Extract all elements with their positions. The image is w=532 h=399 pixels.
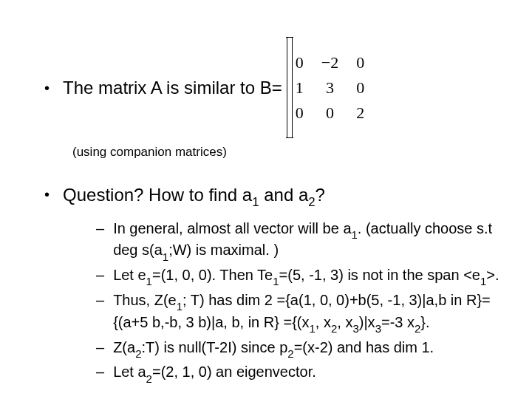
text-fragment: >. [486, 267, 499, 283]
text-fragment: =(1, 0, 0). Then Te [152, 267, 273, 283]
text-fragment: Let a [113, 364, 146, 380]
subscript: 1 [309, 322, 315, 335]
subscript: 2 [287, 347, 293, 360]
matrix-cell: 0 [287, 100, 313, 126]
matrix-cell: −2 [313, 50, 347, 75]
text-fragment: Thus, Z(e [113, 292, 177, 308]
subscript: 1 [177, 300, 183, 313]
bullet-1: • The matrix A is similar to B= 0 −2 0 1… [44, 37, 502, 139]
list-item: – Thus, Z(e1; T) has dim 2 ={a(1, 0, 0)+… [96, 290, 502, 335]
text-fragment: =(x-2) and has dim 1. [294, 339, 434, 355]
text-fragment: }. [420, 314, 429, 330]
matrix-cell: 3 [313, 75, 347, 100]
text-fragment: ? [316, 185, 325, 205]
nested-list: – In general, almost all vector will be … [96, 219, 502, 385]
bullet-1-subtext: (using companion matrices) [72, 145, 502, 160]
subscript: 1 [273, 275, 279, 287]
dash-icon: – [96, 219, 104, 263]
subscript: 3 [352, 322, 358, 335]
text-fragment: )|x [359, 314, 375, 330]
text-fragment: =(5, -1, 3) is not in the span <e [279, 267, 480, 283]
subscript: 1 [163, 250, 168, 263]
subscript: 2 [135, 347, 141, 360]
dash-icon: – [96, 290, 104, 335]
subscript: 1 [480, 275, 486, 287]
list-item-text: Let e1=(1, 0, 0). Then Te1=(5, -1, 3) is… [113, 265, 502, 287]
bullet-2: • Question? How to find a1 and a2? [44, 183, 502, 210]
matrix-cell: 0 [313, 100, 347, 126]
subscript: 2 [331, 322, 337, 335]
text-fragment: =(2, 1, 0) an eigenvector. [152, 364, 316, 380]
list-item: – In general, almost all vector will be … [96, 219, 502, 263]
text-fragment: and a [259, 185, 309, 205]
text-fragment: :T) is null(T-2I) since p [141, 339, 287, 355]
subscript: 1 [252, 195, 259, 209]
list-item-text: Thus, Z(e1; T) has dim 2 ={a(1, 0, 0)+b(… [113, 290, 502, 335]
subscript: 2 [146, 372, 152, 385]
list-item-text: Let a2=(2, 1, 0) an eigenvector. [113, 362, 502, 384]
matrix-B: 0 −2 0 1 3 0 0 0 2 [287, 37, 373, 139]
list-item-text: In general, almost all vector will be a1… [113, 219, 502, 263]
dash-icon: – [96, 362, 104, 384]
dash-icon: – [96, 265, 104, 287]
matrix-cell: 0 [287, 50, 313, 75]
list-item: – Let a2=(2, 1, 0) an eigenvector. [96, 362, 502, 384]
text-fragment: Let e [113, 267, 146, 283]
subscript: 2 [415, 322, 420, 335]
text-fragment: Question? How to find a [63, 185, 252, 205]
text-fragment: , x [316, 314, 331, 330]
text-fragment: ;W) is maximal. ) [168, 242, 279, 258]
bullet-2-text: Question? How to find a1 and a2? [63, 183, 325, 210]
text-fragment: , x [337, 314, 352, 330]
subscript: 1 [352, 228, 358, 241]
text-fragment: In general, almost all vector will be a [113, 220, 351, 236]
subscript: 3 [375, 322, 381, 335]
dash-icon: – [96, 338, 104, 360]
matrix-cell: 2 [347, 100, 373, 126]
matrix-table: 0 −2 0 1 3 0 0 0 2 [287, 50, 373, 126]
list-item: – Let e1=(1, 0, 0). Then Te1=(5, -1, 3) … [96, 265, 502, 287]
subscript: 1 [146, 275, 152, 287]
list-item: – Z(a2:T) is null(T-2I) since p2=(x-2) a… [96, 338, 502, 360]
text-fragment: Z(a [113, 339, 135, 355]
text-fragment: =-3 x [381, 314, 415, 330]
matrix-cell: 1 [287, 75, 313, 100]
subscript: 2 [308, 195, 315, 209]
matrix-cell: 0 [347, 50, 373, 75]
bullet-dot-icon: • [44, 187, 50, 202]
bullet-dot-icon: • [44, 81, 50, 95]
matrix-cell: 0 [347, 75, 373, 100]
bullet-1-text: The matrix A is similar to B= [63, 76, 282, 99]
list-item-text: Z(a2:T) is null(T-2I) since p2=(x-2) and… [113, 338, 502, 360]
